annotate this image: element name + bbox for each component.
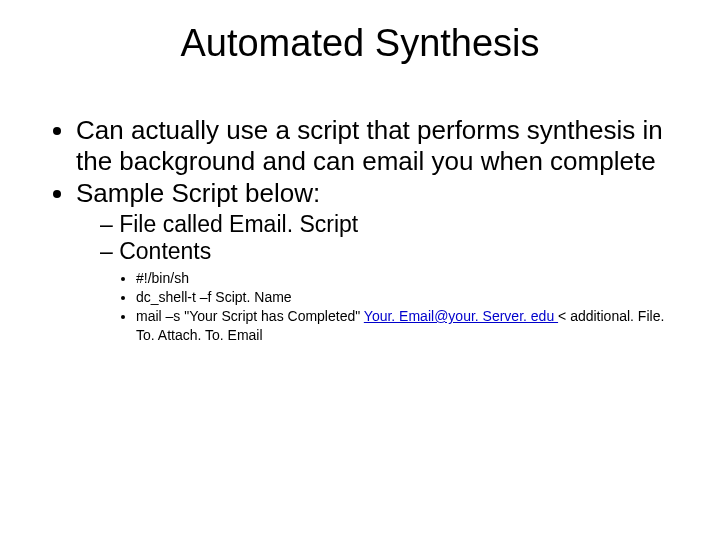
code-text: mail –s "Your Script has Completed"	[136, 308, 364, 324]
bullet-text: Sample Script below:	[76, 178, 320, 208]
code-line: dc_shell-t –f Scipt. Name	[136, 288, 672, 307]
sub-bullet-item: File called Email. Script	[100, 211, 672, 238]
sub-bullet-text: Contents	[119, 238, 211, 264]
code-line: #!/bin/sh	[136, 269, 672, 288]
bullet-list: Can actually use a script that performs …	[48, 115, 672, 345]
bullet-item: Sample Script below: File called Email. …	[76, 178, 672, 344]
sub-bullet-item: Contents #!/bin/sh dc_shell-t –f Scipt. …	[100, 238, 672, 345]
slide-title: Automated Synthesis	[48, 22, 672, 65]
email-link[interactable]: Your. Email@your. Server. edu	[364, 308, 558, 324]
sub-bullet-list: File called Email. Script Contents #!/bi…	[76, 211, 672, 345]
code-bullet-list: #!/bin/sh dc_shell-t –f Scipt. Name mail…	[100, 269, 672, 345]
slide: Automated Synthesis Can actually use a s…	[0, 0, 720, 540]
code-line: mail –s "Your Script has Completed" Your…	[136, 307, 672, 345]
bullet-item: Can actually use a script that performs …	[76, 115, 672, 176]
